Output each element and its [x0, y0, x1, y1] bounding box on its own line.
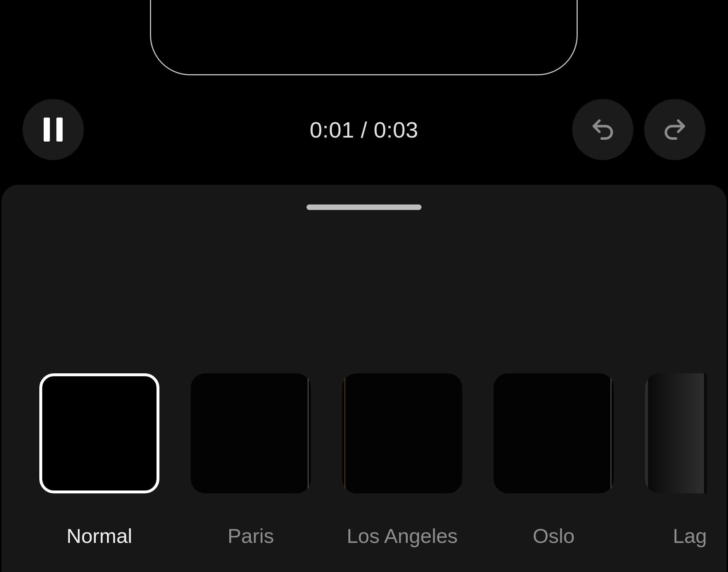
filter-option[interactable]: Paris: [191, 373, 311, 548]
redo-icon: [661, 116, 688, 143]
filter-label: Los Angeles: [347, 524, 458, 548]
filter-thumbnail: [645, 373, 707, 493]
filter-thumbnail: [494, 373, 614, 493]
undo-icon: [589, 116, 616, 143]
filter-thumbnail: [39, 373, 159, 493]
undo-button[interactable]: [572, 99, 633, 160]
filter-label: Lag: [645, 524, 707, 548]
filter-sheet: NormalParisLos AngelesOsloLag: [1, 185, 727, 572]
filter-label: Normal: [67, 524, 132, 548]
sheet-grabber[interactable]: [306, 204, 422, 210]
filter-label: Oslo: [533, 524, 574, 548]
filter-option[interactable]: Los Angeles: [342, 373, 462, 548]
playback-controls: 0:01 / 0:03: [0, 99, 728, 160]
filter-list[interactable]: NormalParisLos AngelesOsloLag: [1, 373, 727, 548]
filter-option[interactable]: Lag: [645, 373, 707, 548]
redo-button[interactable]: [644, 99, 705, 160]
filter-thumbnail: [191, 373, 311, 493]
filter-thumbnail: [342, 373, 462, 493]
filter-option[interactable]: Oslo: [494, 373, 614, 548]
filter-option[interactable]: Normal: [39, 373, 159, 548]
preview-frame: [150, 0, 578, 75]
filter-label: Paris: [228, 524, 274, 548]
